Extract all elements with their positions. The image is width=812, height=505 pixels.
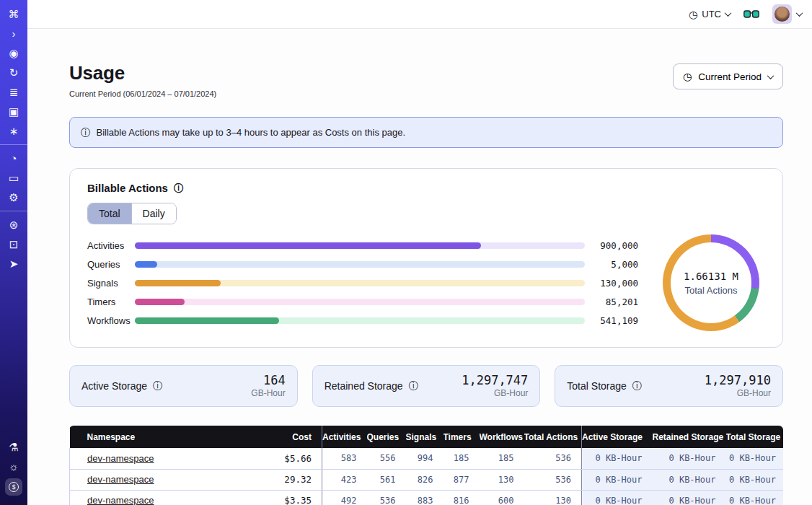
cell-queries: 561	[367, 469, 406, 490]
sidebar-item-gear-icon[interactable]: ⚙	[0, 188, 27, 207]
cell-total-storage: 0 KB-Hour	[726, 469, 784, 490]
column-header-queries: Queries	[367, 426, 406, 448]
cube-icon: ▣	[9, 105, 19, 118]
table-row: dev-namespace$3.354925368838166001300 KB…	[70, 490, 784, 505]
cell-namespace: dev-namespace	[70, 469, 256, 490]
retained-storage-label: Retained Storage	[325, 380, 403, 392]
cell-namespace: dev-namespace	[70, 490, 256, 505]
cell-total-actions: 536	[524, 448, 582, 469]
cell-total-storage: 0 KB-Hour	[726, 490, 784, 505]
sidebar-item-eye-icon[interactable]: ◉	[0, 43, 27, 63]
chevron-down-icon	[725, 9, 732, 17]
bar-label: Workflows	[87, 315, 135, 326]
bar-row-signals: Signals130,000	[87, 273, 638, 292]
sidebar-item-sun-icon[interactable]: ☼	[0, 457, 27, 476]
banner-text: Billable Actions may take up to 3–4 hour…	[97, 127, 406, 138]
sidebar-item-temporal-logo-icon[interactable]: ⌘	[0, 4, 27, 24]
namespace-link[interactable]: dev-namespace	[87, 474, 154, 485]
donut-total-label: Total Actions	[685, 285, 738, 296]
bar-track	[135, 261, 585, 268]
user-menu[interactable]	[772, 4, 802, 24]
sidebar-item-dollar-coin-icon[interactable]: $	[0, 476, 27, 498]
column-header-retained-storage: Retained Storage	[653, 426, 726, 448]
donut-chart: 1.66131 M Total Actions	[638, 234, 765, 331]
active-storage-card: Active Storage ⓘ 164 GB-Hour	[69, 365, 298, 407]
namespace-link[interactable]: dev-namespace	[87, 495, 154, 505]
tab-total[interactable]: Total	[88, 203, 131, 224]
eye-icon: ◉	[9, 47, 18, 60]
column-header-total-actions: Total Actions	[524, 426, 582, 448]
cell-timers: 816	[443, 490, 480, 505]
cell-queries: 536	[367, 490, 406, 505]
storage-cards: Active Storage ⓘ 164 GB-Hour Retained St…	[69, 365, 783, 407]
billable-tabs: Total Daily	[87, 203, 177, 224]
cell-signals: 994	[406, 448, 443, 469]
retained-storage-unit: GB-Hour	[462, 388, 528, 399]
credit-card-icon: ▭	[9, 172, 19, 185]
cell-signals: 826	[406, 469, 443, 490]
bar-row-timers: Timers85,201	[87, 292, 638, 311]
flask-icon: ⚗	[9, 441, 18, 454]
period-button-label: Current Period	[698, 71, 762, 82]
table-header-row: NamespaceCostActivitiesQueriesSignalsTim…	[70, 426, 784, 448]
sidebar-item-retry-clock-icon[interactable]: ↻	[0, 63, 27, 82]
gauge-icon: ◔	[10, 152, 17, 164]
cell-total-actions: 130	[524, 490, 582, 505]
sidebar-item-layers-icon[interactable]: ≣	[0, 82, 27, 102]
cell-workflows: 600	[480, 490, 524, 505]
sidebar-item-asterisk-icon[interactable]: ∗	[0, 121, 27, 141]
sidebar-item-monitor-icon[interactable]: ⊡	[0, 234, 27, 254]
sidebar-item-lifebuoy-icon[interactable]: ⊛	[0, 215, 27, 234]
info-icon[interactable]: ⓘ	[632, 381, 643, 391]
lifebuoy-icon: ⊛	[9, 219, 19, 232]
sidebar-item-chevron-right-icon[interactable]: ›	[0, 24, 27, 43]
bar-fill	[135, 242, 481, 249]
chevron-down-icon	[767, 72, 775, 79]
bar-track	[135, 280, 585, 286]
cell-signals: 883	[406, 490, 443, 505]
column-header-active-storage: Active Storage	[582, 426, 653, 448]
retained-storage-card: Retained Storage ⓘ 1,297,747 GB-Hour	[312, 365, 541, 407]
stopwatch-icon: ◷	[683, 71, 692, 82]
retained-storage-value: 1,297,747	[462, 373, 528, 388]
bar-fill	[135, 317, 279, 324]
billable-actions-card: Billable Actions ⓘ Total Daily Activitie…	[69, 168, 783, 348]
bar-row-workflows: Workflows541,109	[87, 311, 638, 330]
cell-cost: 29.32	[256, 469, 322, 490]
current-period-button[interactable]: ◷ Current Period	[673, 63, 783, 89]
total-storage-card: Total Storage ⓘ 1,297,910 GB-Hour	[555, 365, 783, 407]
donut-ring: 1.66131 M Total Actions	[663, 234, 759, 331]
cell-total-actions: 536	[524, 469, 582, 490]
namespace-link[interactable]: dev-namespace	[87, 453, 154, 464]
timezone-select[interactable]: ◷ UTC	[689, 9, 731, 19]
info-icon[interactable]: ⓘ	[153, 381, 163, 391]
rocket-icon: ➤	[9, 258, 19, 271]
column-header-namespace: Namespace	[70, 426, 256, 448]
active-storage-value: 164	[251, 373, 285, 388]
gear-icon: ⚙	[9, 191, 18, 204]
sidebar-item-credit-card-icon[interactable]: ▭	[0, 168, 27, 188]
sidebar-item-flask-icon[interactable]: ⚗	[0, 437, 27, 457]
sidebar-item-gauge-icon[interactable]: ◔	[0, 149, 27, 168]
info-icon[interactable]: ⓘ	[409, 381, 419, 391]
column-header-timers: Timers	[443, 426, 480, 448]
billable-actions-title: Billable Actions	[87, 182, 168, 194]
bar-label: Timers	[87, 297, 135, 307]
sidebar-item-cube-icon[interactable]: ▣	[0, 102, 27, 121]
column-header-activities: Activities	[322, 426, 367, 448]
bar-value: 130,000	[585, 278, 638, 289]
temporal-logo-icon: ⌘	[9, 8, 19, 21]
column-header-signals: Signals	[406, 426, 443, 448]
tab-daily[interactable]: Daily	[131, 203, 176, 224]
info-icon[interactable]: ⓘ	[174, 183, 184, 193]
total-storage-label: Total Storage	[567, 380, 627, 392]
avatar	[772, 4, 792, 24]
bar-value: 541,109	[585, 315, 638, 326]
bar-value: 5,000	[585, 259, 638, 270]
bar-value: 85,201	[585, 297, 638, 307]
asterisk-icon: ∗	[9, 125, 19, 138]
cell-retained-storage: 0 KB-Hour	[653, 469, 726, 490]
layers-icon: ≣	[9, 86, 19, 99]
glasses-button[interactable]	[743, 9, 759, 19]
sidebar-item-rocket-icon[interactable]: ➤	[0, 254, 27, 273]
